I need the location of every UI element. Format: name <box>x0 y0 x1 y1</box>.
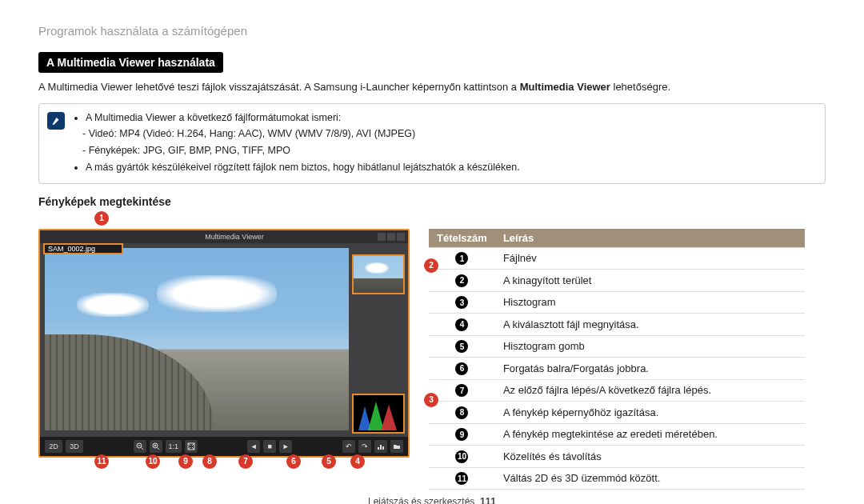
svg-line-7 <box>157 447 159 450</box>
row-desc: Közelítés és távolítás <box>495 446 805 468</box>
zoom-out-button[interactable] <box>134 440 146 453</box>
info-line: A Multimedia Viewer a következő fájlform… <box>86 110 520 126</box>
callout-marker-10: 10 <box>146 454 160 469</box>
row-desc: Hisztogram gomb <box>495 335 805 358</box>
table-row: 2A kinagyított terület <box>429 270 805 292</box>
intro-paragraph: A Multimedia Viewer lehetővé teszi fájlo… <box>38 79 826 95</box>
play-button[interactable]: ■ <box>263 440 276 453</box>
info-box: A Multimedia Viewer a következő fájlform… <box>38 103 826 184</box>
info-line: A más gyártók készülékeivel rögzített fá… <box>86 160 520 175</box>
maximize-icon[interactable] <box>387 233 395 241</box>
actual-size-button[interactable]: 1:1 <box>166 440 182 453</box>
row-desc: A kiválasztott fájl megnyitása. <box>495 314 805 336</box>
row-num: 11 <box>455 472 468 485</box>
mode-3d-button[interactable]: 3D <box>66 440 83 453</box>
rotate-right-button[interactable]: ↷ <box>358 440 371 453</box>
callout-marker-6: 6 <box>286 454 301 469</box>
info-line: Videó: MP4 (Videó: H.264, Hang: AAC), WM… <box>82 126 520 142</box>
row-num: 1 <box>455 252 468 265</box>
table-row: 8A fénykép képernyőhöz igazítása. <box>429 402 805 424</box>
callout-marker-9: 9 <box>178 454 193 469</box>
row-desc: Váltás 2D és 3D üzemmód között. <box>495 467 805 490</box>
intro-pre: A Multimedia Viewer lehetővé teszi fájlo… <box>38 81 520 93</box>
histogram-panel <box>352 394 405 434</box>
note-icon <box>47 112 65 130</box>
main-photo <box>45 248 349 430</box>
row-desc: Az előző fájlra lépés/A következő fájlra… <box>495 379 805 402</box>
info-content: A Multimedia Viewer a következő fájlform… <box>73 110 520 177</box>
row-desc: Forgatás balra/Forgatás jobbra. <box>495 358 805 380</box>
mode-2d-button[interactable]: 2D <box>45 440 62 453</box>
callout-marker-5: 5 <box>322 454 336 469</box>
svg-marker-1 <box>368 402 384 430</box>
viewer-toolbar: 2D 3D 1:1 <box>40 437 408 456</box>
histogram-button[interactable] <box>374 440 387 453</box>
svg-rect-13 <box>382 446 384 450</box>
callout-marker-1: 1 <box>94 211 109 226</box>
row-desc: Hisztogram <box>495 291 805 314</box>
breadcrumb: Programok használata a számítógépen <box>38 24 826 38</box>
viewer-title: Multimedia Viewer <box>91 233 378 241</box>
filename-label: SAM_0002.jpg <box>43 243 123 254</box>
svg-marker-2 <box>381 405 397 430</box>
svg-rect-12 <box>380 445 382 450</box>
table-row: 4A kiválasztott fájl megnyitása. <box>429 314 805 336</box>
viewer-titlebar: Multimedia Viewer <box>40 230 408 243</box>
callout-marker-8: 8 <box>202 454 217 469</box>
table-row: 11Váltás 2D és 3D üzemmód között. <box>429 467 805 490</box>
svg-rect-11 <box>378 447 379 450</box>
section-header: A Multimedia Viewer használata <box>38 52 223 73</box>
viewer-body <box>40 243 408 437</box>
table-row: 1Fájlnév <box>429 247 805 270</box>
callout-marker-11: 11 <box>94 454 109 469</box>
multimedia-viewer-window: Multimedia Viewer SAM_0002.jpg <box>38 229 410 458</box>
table-row: 7Az előző fájlra lépés/A következő fájlr… <box>429 379 805 402</box>
window-controls[interactable] <box>378 233 405 241</box>
callout-marker-7: 7 <box>238 454 253 469</box>
intro-bold: Multimedia Viewer <box>520 81 610 93</box>
next-file-button[interactable]: ► <box>279 440 292 453</box>
zoom-in-button[interactable] <box>150 440 162 453</box>
callout-marker-3: 3 <box>424 393 438 407</box>
page-footer: Lejátszás és szerkesztés 111 <box>38 496 826 504</box>
row-num: 7 <box>455 384 468 397</box>
prev-file-button[interactable]: ◄ <box>247 440 260 453</box>
row-num: 2 <box>455 274 468 287</box>
row-desc: A fénykép képernyőhöz igazítása. <box>495 402 805 424</box>
info-line: Fényképek: JPG, GIF, BMP, PNG, TIFF, MPO <box>82 143 520 158</box>
table-row: 9A fénykép megtekintése az eredeti méret… <box>429 423 805 446</box>
open-file-button[interactable] <box>390 440 403 453</box>
manual-page: Programok használata a számítógépen A Mu… <box>0 0 864 504</box>
close-icon[interactable] <box>397 233 405 241</box>
row-num: 8 <box>455 406 468 419</box>
svg-line-4 <box>141 447 143 450</box>
viewer-screenshot: 1 2 3 4 5 6 7 8 9 10 11 Multimedia Viewe… <box>38 213 410 458</box>
row-desc: A kinagyított terület <box>495 270 805 292</box>
zoom-thumbnail <box>352 254 405 294</box>
row-desc: A fénykép megtekintése az eredeti méreté… <box>495 423 805 446</box>
callout-marker-2: 2 <box>424 258 438 273</box>
table-row: 3Hisztogram <box>429 291 805 314</box>
minimize-icon[interactable] <box>378 233 386 241</box>
table-header-num: Tételszám <box>429 229 495 248</box>
footer-text: Lejátszás és szerkesztés <box>368 496 474 504</box>
table-row: 10Közelítés és távolítás <box>429 446 805 468</box>
intro-post: lehetőségre. <box>610 81 670 93</box>
page-number: 111 <box>480 496 496 504</box>
row-num: 10 <box>455 450 468 463</box>
callout-table: Tételszám Leírás 1Fájlnév 2A kinagyított… <box>429 229 805 490</box>
row-desc: Fájlnév <box>495 247 805 270</box>
main-row: 1 2 3 4 5 6 7 8 9 10 11 Multimedia Viewe… <box>38 213 826 490</box>
table-header-desc: Leírás <box>495 229 805 248</box>
table-row: 6Forgatás balra/Forgatás jobbra. <box>429 358 805 380</box>
row-num: 9 <box>455 428 468 441</box>
row-num: 3 <box>455 296 468 309</box>
callout-marker-4: 4 <box>350 454 365 469</box>
table-row: 5Hisztogram gomb <box>429 335 805 358</box>
rotate-left-button[interactable]: ↶ <box>342 440 355 453</box>
row-num: 6 <box>455 362 468 375</box>
subheading: Fényképek megtekintése <box>38 195 826 208</box>
fit-screen-button[interactable] <box>185 440 198 453</box>
row-num: 4 <box>455 318 468 331</box>
row-num: 5 <box>455 340 468 353</box>
